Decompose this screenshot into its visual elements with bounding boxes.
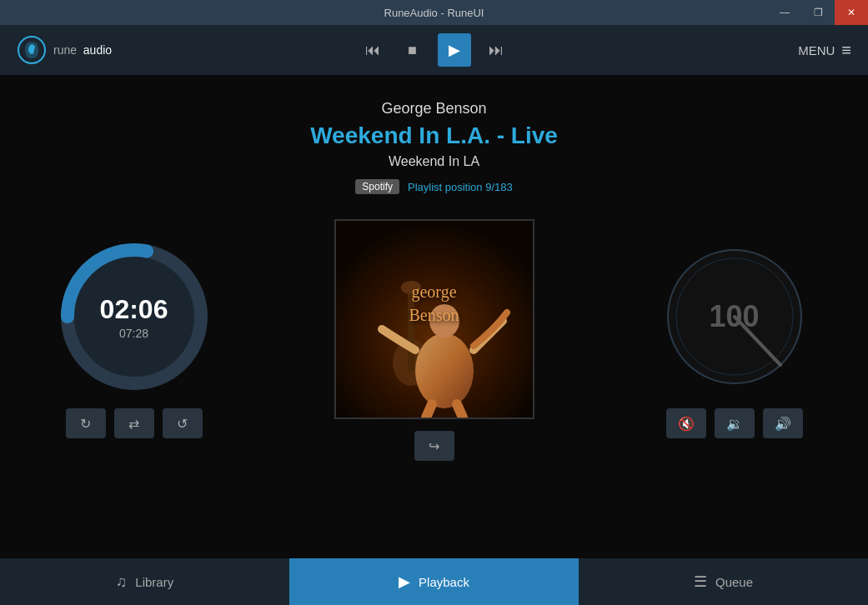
repeat-once-button[interactable]: ↺ <box>163 408 203 438</box>
menu-button[interactable]: MENU ≡ <box>798 41 851 60</box>
queue-icon: ☰ <box>694 572 707 591</box>
volume-controls: 🔇 🔉 🔊 <box>666 408 803 438</box>
album-art: A 2-RECORD SET ON 1 SPECIALLY-PRICED COM… <box>334 219 534 419</box>
shuffle-button[interactable]: ⇄ <box>114 408 154 438</box>
share-button[interactable]: ↪ <box>414 431 454 461</box>
mute-button[interactable]: 🔇 <box>666 408 706 438</box>
svg-point-7 <box>415 333 474 408</box>
logo-text: rune <box>53 43 83 57</box>
source-info: Spotify Playlist position 9/183 <box>310 179 558 194</box>
minimize-button[interactable]: — <box>768 0 801 25</box>
volume-section: 100 🔇 🔉 🔊 <box>660 242 810 438</box>
stop-button[interactable]: ■ <box>398 35 428 65</box>
tab-library[interactable]: ♫ Library <box>0 558 289 605</box>
logo-icon <box>17 35 47 65</box>
menu-icon: ≡ <box>841 41 851 60</box>
logo: rune audio <box>17 35 112 65</box>
album-section: A 2-RECORD SET ON 1 SPECIALLY-PRICED COM… <box>334 219 534 461</box>
volume-display: 100 <box>709 299 759 334</box>
restore-button[interactable]: ❐ <box>801 0 835 25</box>
progress-ring[interactable]: 02:06 07:28 <box>59 242 209 392</box>
playback-label: Playback <box>419 575 469 589</box>
title-bar-controls: — ❐ ✕ <box>768 0 868 25</box>
album-artist-script: georgeBenson <box>409 280 459 327</box>
queue-label: Queue <box>715 575 753 589</box>
source-badge: Spotify <box>355 179 399 194</box>
artist-name: George Benson <box>310 100 558 118</box>
vol-up-button[interactable]: 🔊 <box>763 408 803 438</box>
title-bar: RuneAudio - RuneUI — ❐ ✕ <box>0 0 868 25</box>
tab-playback[interactable]: ▶ Playback <box>289 558 579 605</box>
repeat-button[interactable]: ↻ <box>66 408 106 438</box>
logo-audio: audio <box>83 43 112 57</box>
track-info: George Benson Weekend In L.A. - Live Wee… <box>310 100 558 194</box>
track-title: Weekend In L.A. - Live <box>310 122 558 149</box>
menu-label: MENU <box>798 43 835 58</box>
volume-ring[interactable]: 100 <box>660 242 810 392</box>
progress-section: 02:06 07:28 ↻ ⇄ ↺ <box>59 242 209 438</box>
playback-icon: ▶ <box>399 572 410 591</box>
current-time: 02:06 <box>100 294 168 325</box>
close-button[interactable]: ✕ <box>835 0 868 25</box>
library-label: Library <box>135 575 173 589</box>
time-display: 02:06 07:28 <box>100 294 168 340</box>
middle-row: 02:06 07:28 ↻ ⇄ ↺ A 2-RECORD SET ON 1 SP… <box>59 219 810 461</box>
album-name: Weekend In LA <box>310 154 558 169</box>
top-nav: rune audio ⏮ ■ ▶ ⏭ MENU ≡ <box>0 25 868 75</box>
library-icon: ♫ <box>116 573 128 591</box>
playlist-position: Playlist position 9/183 <box>408 181 513 193</box>
progress-controls: ↻ ⇄ ↺ <box>66 408 203 438</box>
total-time: 07:28 <box>100 327 168 340</box>
play-button[interactable]: ▶ <box>438 33 471 67</box>
transport-controls: ⏮ ■ ▶ ⏭ <box>358 33 511 67</box>
tab-queue[interactable]: ☰ Queue <box>579 558 868 605</box>
main-content: George Benson Weekend In L.A. - Live Wee… <box>0 75 868 558</box>
next-button[interactable]: ⏭ <box>481 35 511 65</box>
window-title: RuneAudio - RuneUI <box>384 7 484 19</box>
album-art-inner: A 2-RECORD SET ON 1 SPECIALLY-PRICED COM… <box>336 221 533 418</box>
vol-down-button[interactable]: 🔉 <box>715 408 755 438</box>
prev-button[interactable]: ⏮ <box>358 35 388 65</box>
bottom-nav: ♫ Library ▶ Playback ☰ Queue <box>0 558 868 605</box>
